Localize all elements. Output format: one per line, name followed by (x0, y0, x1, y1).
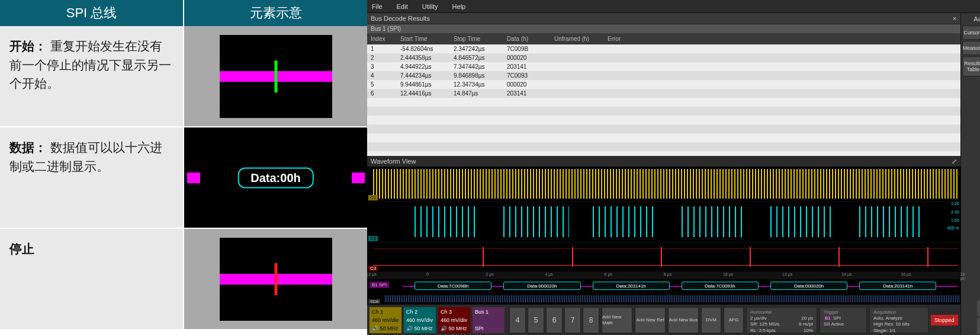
diagram-cell-data: Data:00h (184, 127, 367, 228)
measure-button[interactable]: Measure (962, 41, 980, 55)
clock-waveform (373, 169, 959, 199)
afg-button[interactable]: AFG (724, 307, 744, 333)
ch3-button[interactable]: Ch 3460 mV/div🔊 50 MHz (438, 307, 470, 333)
table-row[interactable]: 47.444234µs9.846898µs7C0093 (367, 71, 960, 80)
trigger-info[interactable]: Trigger B1 SPI SS Active (820, 307, 867, 333)
desc-data-title: 数据： (9, 141, 47, 154)
cyan-burst (682, 206, 747, 237)
time-tick: -2 µs (367, 272, 377, 276)
diagram-data: Data:00h (187, 135, 365, 221)
desc-start-title: 开始： (9, 39, 47, 53)
hdr-error[interactable]: Error (604, 34, 960, 43)
red-pulse (838, 247, 840, 267)
acquisition-info[interactable]: Acquisition Auto, Analyze High Res: 16 b… (869, 307, 928, 333)
hdr-unframed[interactable]: Unframed (h) (551, 34, 604, 43)
diagram-cell-start (184, 26, 367, 126)
decode-header-row: Index Start Time Stop Time Data (h) Unfr… (367, 33, 960, 44)
close-icon[interactable]: × (953, 15, 956, 22)
red-marker (274, 263, 277, 295)
bus-decode-row: B1 SPI Data:7C009BhData:000020hData:2031… (367, 279, 960, 293)
waveform-area[interactable]: C1 3.20 2.40 1.60 800 m C2 (367, 167, 960, 304)
red-pulse (750, 247, 751, 267)
bus-packet[interactable]: Data:203141h (859, 282, 936, 290)
hdr-start[interactable]: Start Time (397, 34, 450, 43)
time-tick: 0 (426, 272, 429, 276)
time-tick: 4 µs (545, 272, 552, 276)
add-math-button[interactable]: Add New Math (602, 307, 632, 333)
time-tick: 2 µs (486, 272, 493, 276)
channel-8-button[interactable]: 8 (583, 307, 599, 333)
time-tick: 14 µs (841, 272, 852, 276)
add-bus-button[interactable]: Add New Bus (668, 307, 699, 333)
grid-val: 800 m (947, 226, 959, 230)
ch1-label[interactable]: C1 (368, 195, 378, 200)
results-table-button[interactable]: Results Table (962, 56, 980, 76)
channel-4-button[interactable]: 4 (509, 307, 526, 333)
bus1-button[interactable]: Bus 1SPI (473, 307, 505, 333)
time-tick: 6 µs (605, 272, 612, 276)
trash-icon[interactable]: 🗑 (977, 318, 980, 334)
time-tick: 8 µs (664, 272, 671, 276)
menu-utility[interactable]: Utility (422, 3, 438, 10)
bus-badge[interactable]: B1 SPI (369, 282, 389, 288)
decode-bus-select[interactable]: Bus 1 (SPI) (367, 24, 960, 33)
doc-header-bus: SPI 总线 (0, 0, 183, 26)
desc-stop: 停止 (0, 229, 183, 329)
table-row[interactable]: 59.944861µs12.34734µs000020 (367, 80, 960, 89)
red-pulse (572, 247, 573, 267)
bus-packet[interactable]: Data:203141h (593, 282, 670, 290)
time-tick: 18 µs (960, 272, 965, 280)
cyan-burst (770, 206, 836, 237)
ch2-button[interactable]: Ch 2460 mV/div🔊 50 MHz (404, 307, 436, 333)
magenta-right (352, 173, 365, 183)
bottom-bar: Ch 1460 mV/div🔊 50 MHz Ch 2460 mV/div🔊 5… (367, 304, 960, 335)
hdr-stop[interactable]: Stop Time (450, 34, 503, 43)
expand-icon[interactable]: ⤢ (952, 158, 957, 165)
red-baseline (373, 265, 958, 266)
oscilloscope-app: File Edit Utility Help Bus Decode Result… (367, 0, 980, 335)
bus-packet[interactable]: Data:000020h (503, 282, 580, 290)
menu-edit[interactable]: Edit (397, 3, 408, 10)
ch2-label[interactable]: C2 (368, 236, 378, 241)
magenta-left (187, 173, 200, 183)
channel-5-button[interactable]: 5 (528, 307, 544, 333)
channel-6-button[interactable]: 6 (546, 307, 563, 333)
diagram-stop (220, 238, 332, 321)
table-row[interactable]: 34.944922µs7.347442µs203141 (367, 62, 960, 71)
grid-val: 2.40 (951, 210, 959, 214)
grid-val: 1.60 (951, 218, 959, 222)
doc-row-start: 开始： 重复开始发生在没有前一个停止的情况下显示另一个开始。 (0, 26, 367, 127)
add-ref-button[interactable]: Add New Ref (635, 307, 666, 333)
hdr-index[interactable]: Index (367, 34, 397, 43)
decode-body: 1-54.82604ns2.347242µs7C009B22.444358µs4… (367, 44, 960, 98)
hdr-data[interactable]: Data (h) (503, 34, 551, 43)
ch1-button[interactable]: Ch 1460 mV/div🔊 50 MHz (369, 307, 401, 333)
decode-empty-rows (367, 98, 960, 156)
menu-file[interactable]: File (372, 3, 383, 10)
horizontal-info[interactable]: Horizontal 2 µs/div20 µs SR: 125 MS/s8 n… (746, 307, 817, 333)
bus-packet[interactable]: Data:7C0093h (682, 282, 759, 290)
ch3-label[interactable]: C3 (368, 266, 378, 271)
cyan-burst (503, 206, 568, 237)
cursors-button[interactable]: Cursors (962, 25, 980, 40)
channel-3-row: C3 (367, 243, 960, 272)
table-row[interactable]: 1-54.82604ns2.347242µs7C009B (367, 44, 960, 53)
bus-packet[interactable]: Data:7C009Bh (415, 282, 491, 290)
table-row[interactable]: 612.44416µs14.847µs203141 (367, 89, 960, 98)
dvm-button[interactable]: DVM (701, 307, 721, 333)
main-column: Bus Decode Results × Bus 1 (SPI) Index S… (367, 13, 960, 335)
desc-stop-title: 停止 (9, 242, 34, 256)
waveform-title: Waveform View (371, 158, 416, 165)
doc-row-stop: 停止 (0, 229, 367, 330)
sda-row: SDA (367, 293, 960, 304)
time-ruler: -2 µs02 µs4 µs6 µs8 µs10 µs12 µs14 µs16 … (367, 272, 960, 279)
bus-packet[interactable]: Data:000020h (770, 282, 847, 290)
table-row[interactable]: 22.444358µs4.846572µs000020 (367, 53, 960, 62)
channel-7-button[interactable]: 7 (564, 307, 581, 333)
cyan-burst (593, 206, 658, 237)
channel-1-row: C1 (367, 167, 960, 202)
stopped-badge[interactable]: Stopped (931, 315, 958, 326)
menu-help[interactable]: Help (452, 3, 466, 10)
menubar: File Edit Utility Help (367, 0, 980, 13)
camera-icon[interactable]: 📷 (977, 301, 980, 316)
